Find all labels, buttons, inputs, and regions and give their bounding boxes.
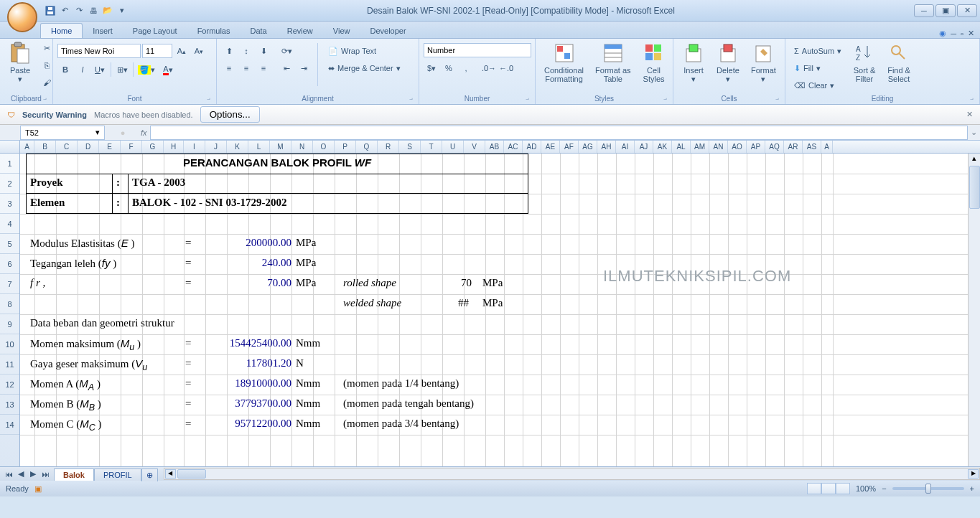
number-format-select[interactable]: [424, 43, 531, 57]
border-button[interactable]: ⊞▾: [114, 62, 130, 77]
increase-indent-button[interactable]: ⇥: [296, 60, 312, 76]
column-header[interactable]: AK: [653, 141, 672, 153]
underline-button[interactable]: U▾: [92, 62, 108, 77]
merge-center-button[interactable]: ⬌Merge & Center▾: [324, 60, 405, 76]
zoom-out-button[interactable]: −: [882, 484, 886, 493]
column-header[interactable]: AP: [747, 141, 765, 153]
tab-insert[interactable]: Insert: [83, 24, 123, 38]
column-header[interactable]: D: [78, 141, 99, 153]
last-sheet-button[interactable]: ⏭: [39, 468, 51, 480]
column-header[interactable]: F: [121, 141, 142, 153]
column-header[interactable]: J: [205, 141, 227, 153]
row-header[interactable]: 1: [0, 154, 19, 174]
align-center-button[interactable]: ≡: [238, 60, 254, 76]
column-header[interactable]: AQ: [765, 141, 784, 153]
sort-filter-button[interactable]: AZSort & Filter: [849, 40, 880, 85]
align-top-button[interactable]: ⬆: [221, 43, 237, 59]
column-header[interactable]: G: [142, 141, 164, 153]
column-header[interactable]: AF: [560, 141, 579, 153]
column-header[interactable]: AG: [579, 141, 597, 153]
row-header[interactable]: 12: [0, 375, 19, 395]
row-header[interactable]: 13: [0, 395, 19, 415]
decrease-decimal-button[interactable]: ←.0: [498, 60, 514, 76]
column-header[interactable]: AN: [709, 141, 728, 153]
column-header[interactable]: AM: [691, 141, 709, 153]
delete-cells-button[interactable]: Delete▾: [712, 40, 744, 85]
cells-area[interactable]: PERANCANGAN BALOK PROFIL WF Proyek : TGA…: [20, 154, 980, 466]
row-header[interactable]: 4: [0, 214, 19, 234]
font-name-input[interactable]: [57, 44, 141, 58]
column-header[interactable]: V: [464, 141, 485, 153]
minimize-button[interactable]: ─: [914, 4, 934, 17]
increase-decimal-button[interactable]: .0→: [481, 60, 497, 76]
row-header[interactable]: 7: [0, 274, 19, 294]
column-header[interactable]: AI: [616, 141, 635, 153]
new-sheet-button[interactable]: ⊕: [141, 468, 158, 481]
clear-button[interactable]: ⌫Clear▾: [790, 77, 846, 93]
macro-record-icon[interactable]: ▣: [34, 484, 42, 494]
row-header[interactable]: 2: [0, 174, 19, 194]
column-header[interactable]: L: [248, 141, 270, 153]
security-options-button[interactable]: Options...: [200, 106, 260, 123]
column-header[interactable]: AB: [485, 141, 504, 153]
format-cells-button[interactable]: Format▾: [747, 40, 780, 85]
row-header[interactable]: 3: [0, 194, 19, 214]
column-header[interactable]: M: [270, 141, 291, 153]
sheet-tab-balok[interactable]: Balok: [54, 468, 94, 481]
formula-input[interactable]: [150, 126, 968, 140]
decrease-indent-button[interactable]: ⇤: [279, 60, 294, 76]
column-header[interactable]: A: [20, 141, 34, 153]
autosum-button[interactable]: ΣAutoSum▾: [790, 43, 846, 59]
normal-view-button[interactable]: [807, 483, 821, 494]
horizontal-scrollbar[interactable]: ◀ ▶: [164, 468, 980, 480]
column-header[interactable]: Q: [356, 141, 378, 153]
wrap-text-button[interactable]: 📄Wrap Text: [324, 43, 405, 59]
percent-button[interactable]: %: [441, 60, 457, 76]
row-header[interactable]: 5: [0, 234, 19, 254]
find-select-button[interactable]: Find & Select: [883, 40, 915, 85]
format-as-table-button[interactable]: Format as Table: [591, 40, 635, 85]
qat-dropdown-icon[interactable]: ▾: [116, 5, 128, 17]
page-break-view-button[interactable]: [836, 483, 850, 494]
format-painter-button[interactable]: 🖌: [39, 75, 55, 90]
column-header[interactable]: A: [821, 141, 833, 153]
tab-data[interactable]: Data: [240, 24, 276, 38]
align-right-button[interactable]: ≡: [256, 60, 271, 76]
redo-icon[interactable]: ↷: [73, 5, 85, 17]
column-header[interactable]: E: [99, 141, 121, 153]
maximize-button[interactable]: ▣: [935, 4, 956, 17]
cell-styles-button[interactable]: Cell Styles: [638, 40, 670, 85]
column-header[interactable]: I: [184, 141, 205, 153]
orientation-button[interactable]: ⟳▾: [279, 43, 294, 59]
conditional-formatting-button[interactable]: Conditional Formatting: [540, 40, 588, 85]
column-header[interactable]: O: [313, 141, 335, 153]
fx-icon[interactable]: fx: [141, 128, 147, 137]
tab-formulas[interactable]: Formulas: [187, 24, 241, 38]
tab-review[interactable]: Review: [277, 24, 323, 38]
align-middle-button[interactable]: ↕: [238, 43, 254, 59]
row-header[interactable]: 8: [0, 294, 19, 314]
expand-formula-button[interactable]: ⌄: [968, 128, 980, 137]
zoom-level[interactable]: 100%: [856, 484, 876, 493]
column-header[interactable]: AH: [597, 141, 616, 153]
office-button[interactable]: [7, 2, 37, 32]
tab-developer[interactable]: Developer: [360, 24, 416, 38]
open-icon[interactable]: 📂: [102, 5, 113, 17]
undo-icon[interactable]: ↶: [59, 5, 70, 17]
column-header[interactable]: H: [164, 141, 184, 153]
tab-page-layout[interactable]: Page Layout: [123, 24, 187, 38]
vertical-scrollbar[interactable]: ▴: [968, 154, 980, 466]
column-header[interactable]: S: [399, 141, 421, 153]
restore-workbook-button[interactable]: ▫: [961, 29, 963, 38]
insert-cells-button[interactable]: Insert▾: [678, 40, 709, 85]
zoom-slider[interactable]: [892, 487, 964, 490]
column-header[interactable]: B: [34, 141, 56, 153]
align-bottom-button[interactable]: ⬇: [256, 43, 271, 59]
column-header[interactable]: K: [227, 141, 248, 153]
next-sheet-button[interactable]: ▶: [27, 468, 39, 480]
row-header[interactable]: 10: [0, 334, 19, 354]
row-header[interactable]: 11: [0, 354, 19, 375]
tab-view[interactable]: View: [323, 24, 360, 38]
row-header[interactable]: 9: [0, 314, 19, 334]
page-layout-view-button[interactable]: [821, 483, 836, 494]
